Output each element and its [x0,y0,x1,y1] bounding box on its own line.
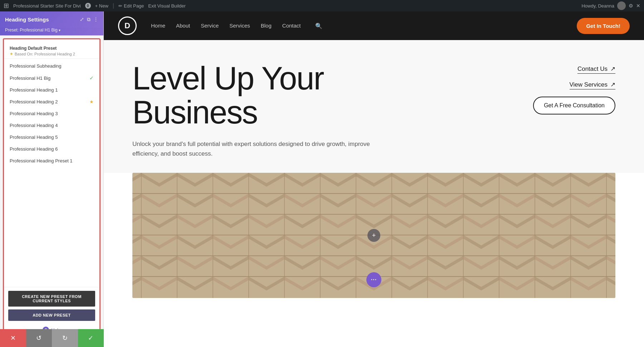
more-options-button[interactable]: ··· [366,272,381,287]
nav-about[interactable]: About [176,23,190,29]
columns-icon[interactable]: ⧉ [87,16,91,23]
admin-bar-right: Howdy, Deanna ⚙ ✕ [581,1,640,10]
star-icon: ★ [10,52,13,56]
site-navigation: D Home About Service Services Blog Conta… [104,11,644,40]
comment-count-badge: 0 [85,3,91,9]
site-preview: D Home About Service Services Blog Conta… [104,11,644,347]
contact-us-link[interactable]: Contact Us ↗ [577,65,615,74]
add-icon: + [372,232,376,239]
active-check-icon: ✓ [89,75,94,81]
add-preset-button[interactable]: ADD NEW PRESET [8,309,95,321]
hero-section: Level Up Your Business Unlock your brand… [104,40,644,173]
nav-contact[interactable]: Contact [282,23,301,29]
bottom-toolbar: ✕ ↺ ↻ ✓ [0,329,104,347]
redo-button[interactable]: ↻ [52,329,78,347]
preset-item-h1big[interactable]: Professional H1 Big ✓ [4,72,99,84]
save-icon: ✓ [88,334,93,342]
nav-home[interactable]: Home [151,23,165,29]
admin-bar: ⊞ Professional Starter Site For Divi 0 +… [0,0,644,11]
hero-heading: Level Up Your Business [132,62,522,129]
admin-exit-builder[interactable]: Exit Visual Builder [148,3,186,9]
heading-settings-panel: Heading Settings ⤢ ⧉ ⋮ Preset: Professio… [0,11,104,347]
view-services-link[interactable]: View Services ↗ [570,81,615,89]
undo-button[interactable]: ↺ [26,329,52,347]
admin-avatar [617,1,626,10]
admin-edit-page[interactable]: ✏ Edit Page [118,3,144,9]
nav-cta-button[interactable]: Get In Touch! [577,18,630,34]
more-options-icon[interactable]: ⋮ [93,16,98,23]
nav-service[interactable]: Service [201,23,219,29]
preset-item-heading6[interactable]: Professional Heading 6 [4,143,99,155]
preset-item-heading2[interactable]: Professional Heading 2 ★ [4,96,99,108]
cancel-icon: ✕ [10,334,16,342]
undo-icon: ↺ [36,334,42,342]
preset-item-heading3[interactable]: Professional Heading 3 [4,108,99,119]
preset-item-preset1[interactable]: Professional Heading Preset 1 [4,155,99,167]
fullscreen-icon[interactable]: ⤢ [80,16,84,23]
panel-header: Heading Settings ⤢ ⧉ ⋮ [0,11,103,28]
admin-new[interactable]: + New [95,3,108,9]
panel-title: Heading Settings [5,16,49,23]
add-content-button[interactable]: + [367,229,380,242]
more-dots-icon: ··· [371,277,377,283]
hero-image-section: + ··· [132,173,615,298]
admin-screen-options-icon[interactable]: ⚙ [629,3,633,9]
services-arrow-icon: ↗ [610,81,615,88]
admin-exit-icon[interactable]: ✕ [636,3,640,9]
current-preset-label[interactable]: Preset: Professional H1 Big ▾ [5,28,60,33]
nav-links: Home About Service Services Blog Contact… [151,23,577,29]
default-preset-header: Heading Default Preset ★ Based On: Profe… [4,43,99,59]
admin-greeting: Howdy, Deanna [581,3,614,9]
site-logo: D [118,16,137,35]
admin-comments[interactable]: 0 [85,3,91,9]
based-on-label: ★ Based On: Professional Heading 2 [10,52,94,56]
save-button[interactable]: ✓ [78,329,104,347]
admin-site-name[interactable]: Professional Starter Site For Divi [13,3,81,9]
hero-subtext: Unlock your brand's full potential with … [132,139,376,158]
preset-item-heading5[interactable]: Professional Heading 5 [4,131,99,143]
redo-icon: ↻ [62,334,68,342]
hero-content-left: Level Up Your Business Unlock your brand… [132,62,522,158]
contact-arrow-icon: ↗ [610,65,615,73]
create-preset-button[interactable]: CREATE NEW PRESET FROM CURRENT STYLES [8,291,95,307]
preset-item-heading1[interactable]: Professional Heading 1 [4,84,99,96]
preset-item-heading4[interactable]: Professional Heading 4 [4,119,99,131]
preset-item-subheading[interactable]: Professional Subheading [4,60,99,72]
preset-bar: Preset: Professional H1 Big ▾ [0,28,103,35]
wp-logo-icon[interactable]: ⊞ [4,2,9,10]
presets-dropdown: Heading Default Preset ★ Based On: Profe… [3,38,101,344]
panel-header-actions: ⤢ ⧉ ⋮ [80,16,98,23]
hero-cta-button[interactable]: Get A Free Consultation [533,97,615,114]
nav-services[interactable]: Services [229,23,250,29]
starred-icon: ★ [89,99,94,104]
cancel-button[interactable]: ✕ [0,329,26,347]
hero-content-right: Contact Us ↗ View Services ↗ Get A Free … [522,62,615,158]
preset-chevron-icon: ▾ [59,28,60,32]
nav-search-icon[interactable]: 🔍 [315,23,322,29]
nav-blog[interactable]: Blog [261,23,272,29]
